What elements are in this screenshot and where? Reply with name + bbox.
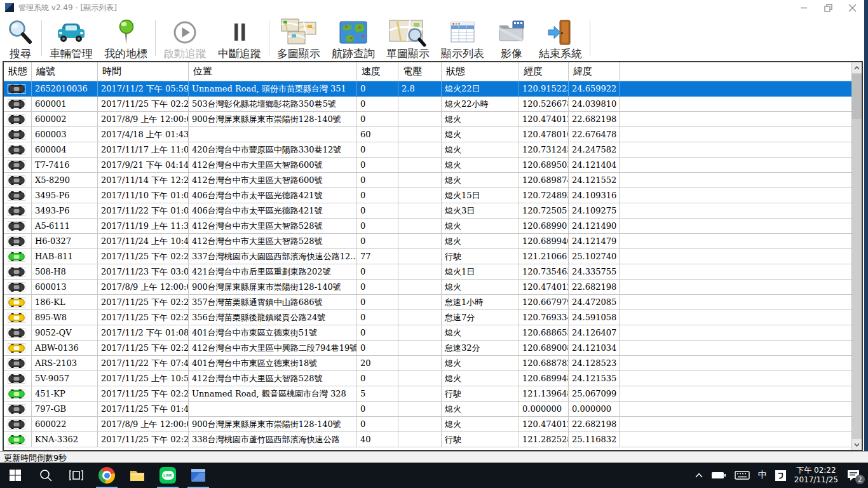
toolbar-my-landmarks-button[interactable]: 我的地標 — [98, 15, 153, 61]
toolbar-search-button[interactable]: 搜尋 — [1, 15, 39, 61]
toolbar-multi-map-button[interactable]: 多圖顯示 — [271, 15, 326, 61]
cell-vehicle-id: 600003 — [32, 127, 98, 142]
scrollbar-thumb[interactable] — [852, 74, 862, 119]
window-right-border — [864, 0, 868, 451]
ime-language-indicator[interactable]: 中 — [758, 470, 767, 481]
cell-voltage — [398, 127, 442, 142]
table-row[interactable]: 600013 2017/8/9 上午 12:00:00 900台灣屏東縣屏東市崇… — [4, 280, 851, 295]
toolbar-video-button[interactable]: 影像 — [490, 15, 533, 61]
cell-time: 2017/11/25 下午 02:22:01 — [98, 432, 189, 447]
vertical-scrollbar[interactable] — [851, 62, 862, 450]
cell-longitude: 120.689948 — [519, 371, 569, 386]
cell-speed: 0 — [357, 341, 398, 356]
cell-vehicle-id: 186-KL — [32, 295, 98, 310]
column-header-time[interactable]: 時間 — [98, 62, 189, 81]
column-header-latitude[interactable]: 緯度 — [569, 62, 620, 81]
cell-vehicle-id: 451-KP — [32, 386, 98, 402]
column-header-filler — [620, 62, 851, 81]
app-logo-icon — [5, 3, 14, 12]
column-header-longitude[interactable]: 經度 — [519, 62, 569, 81]
scrollbar-track[interactable] — [852, 119, 862, 439]
cell-longitude: 120.724893 — [519, 188, 569, 203]
cell-status: 熄火 — [442, 127, 519, 142]
cell-location: 900台灣屏東縣屏東市崇陽街128-140號 — [189, 280, 357, 295]
table-header-row: 狀態 編號 時間 位置 速度 電壓 狀態 經度 緯度 — [4, 62, 851, 81]
table-row[interactable]: 600001 2017/11/25 下午 02:22:09 503台灣彰化縣花壇… — [4, 97, 851, 112]
table-row[interactable]: 508-H8 2017/11/23 下午 03:05:09 421台灣台中市后里… — [4, 264, 851, 280]
taskbar-search-button[interactable] — [31, 463, 61, 488]
table-row[interactable]: 3495-P6 2017/11/10 下午 01:07:24 406台灣台中市太… — [4, 188, 851, 203]
taskbar-chrome-button[interactable] — [92, 463, 122, 488]
cell-location: 406台灣台中市太平區光德路421號 — [189, 203, 357, 219]
cell-speed: 0 — [357, 158, 398, 173]
start-button[interactable] — [0, 463, 31, 488]
vehicle-state-car-icon — [8, 207, 25, 215]
toolbar-single-map-button[interactable]: 單圖顯示 — [381, 15, 435, 61]
cell-location: 337台灣桃園市大園區西部濱海快速公路12... — [189, 249, 357, 264]
cell-longitude: 120.689874 — [519, 173, 569, 188]
cell-speed: 0 — [357, 280, 398, 295]
table-row[interactable]: 2652010036 2017/11/2 下午 05:59:30 Unnamed… — [4, 81, 851, 97]
battery-icon[interactable] — [711, 470, 726, 480]
table-row[interactable]: ARS-2103 2017/11/22 下午 07:41:26 401台灣台中市… — [4, 356, 851, 371]
clock[interactable]: 下午 02:22 2017/11/25 — [794, 466, 838, 485]
close-button[interactable] — [840, 0, 864, 15]
cell-time: 2017/11/14 下午 12:24:04 — [98, 173, 189, 188]
table-row[interactable]: 3493-P6 2017/11/22 下午 01:07:30 406台灣台中市太… — [4, 203, 851, 219]
toolbar-list-view-button[interactable]: 顯示列表 — [435, 15, 490, 61]
table-row[interactable]: 5V-9057 2017/11/25 上午 10:55:45 412台灣台中市大… — [4, 371, 851, 386]
table-row[interactable]: T7-7416 2017/9/21 下午 04:14:57 412台灣台中市大里… — [4, 158, 851, 173]
toolbar-vehicle-management-button[interactable]: 車輛管理 — [44, 15, 98, 61]
cell-status: 怠速1小時 — [442, 295, 519, 310]
cell-voltage — [398, 386, 442, 402]
table-row[interactable]: 600003 2017/4/18 上午 01:43:03 60 熄火 120.4… — [4, 127, 851, 142]
tray-chevron-up-icon[interactable] — [695, 473, 703, 478]
column-header-location[interactable]: 位置 — [189, 62, 357, 81]
cell-time: 2017/11/2 下午 05:59:30 — [98, 81, 189, 97]
taskbar-line-button[interactable]: LINE — [153, 463, 183, 488]
minimize-button[interactable] — [792, 0, 816, 15]
touch-keyboard-icon[interactable] — [735, 470, 750, 480]
table-row[interactable]: X5-8290 2017/11/14 下午 12:24:04 412台灣台中市大… — [4, 173, 851, 188]
toolbar-track-query-button[interactable]: 航跡查詢 — [326, 15, 381, 61]
cell-vehicle-id: 600001 — [32, 97, 98, 112]
table-row[interactable]: 600022 2017/8/9 上午 12:00:00 900台灣屏東縣屏東市崇… — [4, 417, 851, 432]
taskbar-tracking-app-button[interactable] — [183, 463, 214, 488]
cell-speed: 0 — [357, 97, 398, 112]
scroll-up-button[interactable] — [852, 62, 862, 73]
column-header-voltage[interactable]: 電壓 — [398, 62, 442, 81]
table-row[interactable]: H6-0327 2017/11/24 上午 10:48:16 412台灣台中市大… — [4, 234, 851, 249]
table-row[interactable]: KNA-3362 2017/11/25 下午 02:22:01 338台灣桃園市… — [4, 432, 851, 447]
cell-status: 熄火 — [442, 112, 519, 127]
table-row[interactable]: 9052-QV 2017/11/2 下午 01:08:18 401台灣台中市東區… — [4, 325, 851, 341]
table-row[interactable]: 451-KP 2017/11/25 下午 02:21:07 Unnamed Ro… — [4, 386, 851, 402]
cell-vehicle-id: 2652010036 — [32, 81, 98, 97]
table-row[interactable]: 600004 2017/11/17 上午 11:09:17 420台灣台中市豐原… — [4, 142, 851, 158]
restore-button[interactable] — [816, 0, 840, 15]
table-row[interactable]: 895-W8 2017/11/25 下午 02:21:31 356台灣苗栗縣後龍… — [4, 310, 851, 325]
table-row[interactable]: ABW-0136 2017/11/25 下午 02:21:56 412台灣台中市… — [4, 341, 851, 356]
cell-latitude: 24.335755 — [569, 264, 620, 280]
table-row[interactable]: 186-KL 2017/11/25 下午 02:21:36 357台灣苗栗縣通霄… — [4, 295, 851, 310]
chevron-up-icon — [854, 66, 860, 70]
taskbar-file-explorer-button[interactable] — [122, 463, 153, 488]
scroll-down-button[interactable] — [852, 439, 862, 450]
table-row[interactable]: HAB-811 2017/11/25 下午 02:22:17 337台灣桃園市大… — [4, 249, 851, 264]
cell-status: 熄火22小時 — [442, 97, 519, 112]
table-row[interactable]: 600002 2017/8/9 上午 12:00:00 900台灣屏東縣屏東市崇… — [4, 112, 851, 127]
cell-time: 2017/11/25 下午 02:22:17 — [98, 249, 189, 264]
action-center-button[interactable]: 2 — [846, 469, 860, 482]
column-header-state-icon[interactable]: 狀態 — [4, 62, 32, 81]
cell-voltage — [398, 356, 442, 371]
task-view-button[interactable] — [61, 463, 92, 488]
table-row[interactable]: 797-GB 2017/11/25 下午 01:49:51 0 熄火 0.000… — [4, 402, 851, 417]
cell-vehicle-id: HAB-811 — [32, 249, 98, 264]
cell-vehicle-id: KNA-3362 — [32, 432, 98, 447]
column-header-status[interactable]: 狀態 — [442, 62, 519, 81]
toolbar-stop-tracking-button[interactable]: 中斷追蹤 — [212, 15, 267, 61]
ime-mode-icon[interactable] — [775, 470, 786, 481]
toolbar-exit-button[interactable]: 結束系統 — [533, 15, 588, 61]
table-row[interactable]: A5-6111 2017/11/19 上午 11:33:33 412台灣台中市大… — [4, 219, 851, 234]
column-header-speed[interactable]: 速度 — [357, 62, 398, 81]
column-header-id[interactable]: 編號 — [32, 62, 98, 81]
